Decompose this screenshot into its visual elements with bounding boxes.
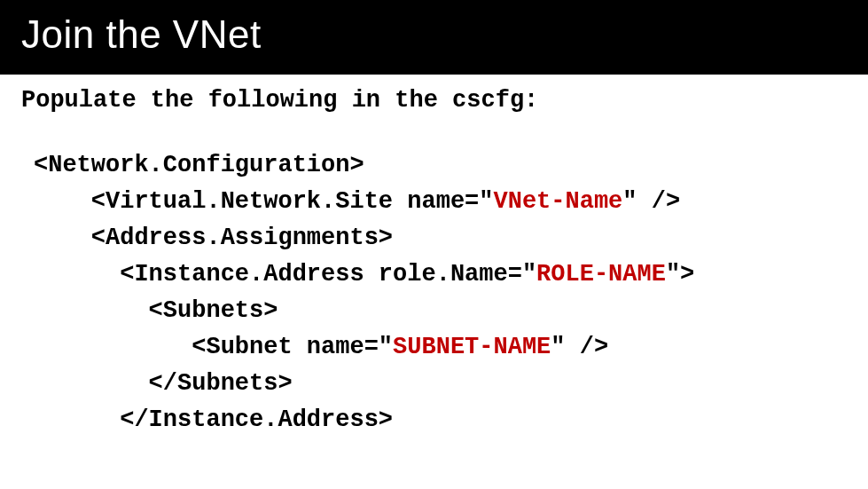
code-line-2c: " /> xyxy=(622,188,680,215)
slide-title: Join the VNet xyxy=(21,12,847,57)
placeholder-subnet-name: SUBNET-NAME xyxy=(393,334,551,360)
code-line-4a: <Instance.Address role.Name=" xyxy=(34,261,536,288)
code-line-6c: " /> xyxy=(551,334,608,360)
slide: Join the VNet Populate the following in … xyxy=(0,0,868,489)
placeholder-role-name: ROLE-NAME xyxy=(536,261,666,288)
title-bar: Join the VNet xyxy=(0,0,868,75)
intro-text: Populate the following in the cscfg: xyxy=(21,87,847,114)
code-line-5: <Subnets> xyxy=(34,297,278,324)
code-block: <Network.Configuration> <Virtual.Network… xyxy=(21,147,847,438)
code-line-6a: <Subnet name=" xyxy=(34,334,393,360)
slide-body: Populate the following in the cscfg: <Ne… xyxy=(0,75,868,438)
code-line-3: <Address.Assignments> xyxy=(34,225,393,251)
code-line-4c: "> xyxy=(666,261,694,288)
code-line-2a: <Virtual.Network.Site name=" xyxy=(34,188,493,215)
code-line-8: </Instance.Address> xyxy=(34,406,393,433)
placeholder-vnet-name: VNet-Name xyxy=(493,188,622,215)
code-line-7: </Subnets> xyxy=(34,370,293,397)
code-line-1: <Network.Configuration> xyxy=(34,152,364,178)
